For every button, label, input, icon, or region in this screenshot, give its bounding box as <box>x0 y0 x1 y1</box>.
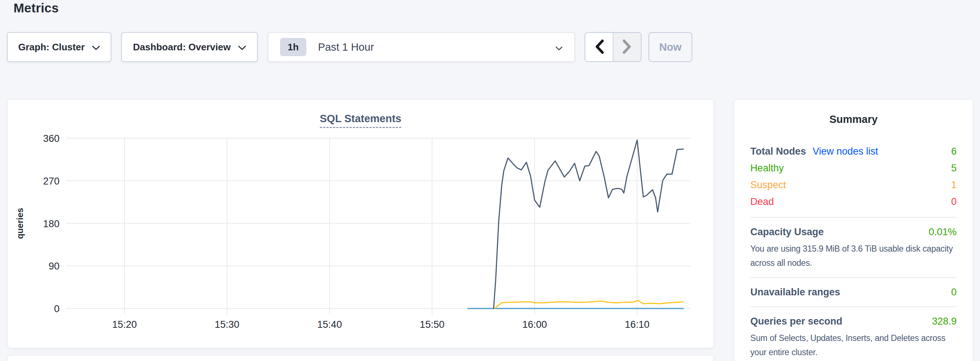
node-rows: Total Nodes View nodes list 6 Healthy 5 … <box>750 143 957 210</box>
x-tick-label: 15:40 <box>317 319 342 330</box>
suspect-label: Suspect <box>750 179 786 191</box>
x-tick-label: 15:20 <box>112 319 137 330</box>
divider <box>750 277 957 278</box>
time-range-selector[interactable]: 1h Past 1 Hour <box>268 32 575 62</box>
x-tick-label: 15:50 <box>420 319 445 330</box>
sql-statements-chart: 09018027036015:2015:3015:4015:5016:0016:… <box>8 100 714 348</box>
suspect-nodes-row: Suspect 1 <box>750 176 957 193</box>
x-tick-label: 16:10 <box>625 319 649 330</box>
x-tick-label: 15:30 <box>215 319 240 330</box>
chevron-left-icon <box>594 39 604 55</box>
total-nodes-label: Total Nodes <box>750 146 806 157</box>
healthy-label: Healthy <box>750 163 784 174</box>
summary-panel: Summary Total Nodes View nodes list 6 He… <box>734 99 973 361</box>
unavailable-ranges-label: Unavailable ranges <box>750 287 840 298</box>
graph-selector-dropdown[interactable]: Graph: Cluster <box>7 32 111 62</box>
chevron-down-icon <box>238 41 246 53</box>
toolbar: Graph: Cluster Dashboard: Overview 1h Pa… <box>7 32 692 62</box>
capacity-usage-caption: You are using 315.9 MiB of 3.6 TiB usabl… <box>750 242 957 270</box>
time-prev-button[interactable] <box>585 33 612 61</box>
capacity-usage-label: Capacity Usage <box>750 226 824 238</box>
graph-selector-label: Graph: Cluster <box>18 41 85 53</box>
next-chart-card <box>7 355 714 361</box>
y-tick-label: 90 <box>49 261 59 272</box>
divider <box>750 217 957 218</box>
series-main-dark-blue <box>494 140 683 309</box>
page-title: Metrics <box>14 1 59 15</box>
total-nodes-value: 6 <box>951 146 957 157</box>
y-tick-label: 360 <box>43 133 59 144</box>
dead-nodes-row: Dead 0 <box>750 193 957 210</box>
qps-caption: Sum of Selects, Updates, Inserts, and De… <box>750 331 957 359</box>
time-nav-group <box>585 32 641 62</box>
dead-label: Dead <box>750 196 774 207</box>
qps-value: 328.9 <box>932 316 957 327</box>
chevron-down-icon <box>555 41 563 53</box>
dashboard-selector-dropdown[interactable]: Dashboard: Overview <box>121 32 258 62</box>
dead-value: 0 <box>951 196 957 207</box>
time-range-label: Past 1 Hour <box>318 41 374 53</box>
sql-statements-chart-card: 09018027036015:2015:3015:4015:5016:0016:… <box>7 99 714 348</box>
total-nodes-row: Total Nodes View nodes list 6 <box>750 143 957 160</box>
time-range-badge: 1h <box>280 38 306 56</box>
healthy-value: 5 <box>951 163 957 174</box>
unavailable-ranges-value: 0 <box>951 287 957 298</box>
healthy-nodes-row: Healthy 5 <box>750 160 957 176</box>
metrics-page: Metrics Graph: Cluster Dashboard: Overvi… <box>0 0 980 361</box>
chevron-down-icon <box>92 41 100 53</box>
summary-title: Summary <box>750 113 957 125</box>
unavailable-ranges-row: Unavailable ranges 0 <box>750 285 957 299</box>
time-next-button[interactable] <box>612 33 641 61</box>
y-tick-label: 0 <box>54 303 59 314</box>
x-tick-label: 16:00 <box>522 319 547 330</box>
chevron-right-icon <box>622 39 632 55</box>
chart-title[interactable]: SQL Statements <box>320 113 401 128</box>
series-low-yellow <box>495 301 684 309</box>
qps-label: Queries per second <box>750 316 842 327</box>
divider <box>750 306 957 307</box>
chart-title-wrap: SQL Statements <box>8 113 713 125</box>
capacity-usage-section: Capacity Usage 0.01% You are using 315.9… <box>750 225 957 270</box>
qps-section: Queries per second 328.9 Sum of Selects,… <box>750 314 957 359</box>
y-tick-label: 270 <box>43 176 59 187</box>
suspect-value: 1 <box>951 179 957 191</box>
view-nodes-list-link[interactable]: View nodes list <box>813 146 878 157</box>
capacity-usage-value: 0.01% <box>929 226 957 238</box>
now-button[interactable]: Now <box>649 32 692 62</box>
y-tick-label: 180 <box>43 218 59 230</box>
y-axis-label: queries <box>15 208 25 239</box>
dashboard-selector-label: Dashboard: Overview <box>133 41 231 53</box>
